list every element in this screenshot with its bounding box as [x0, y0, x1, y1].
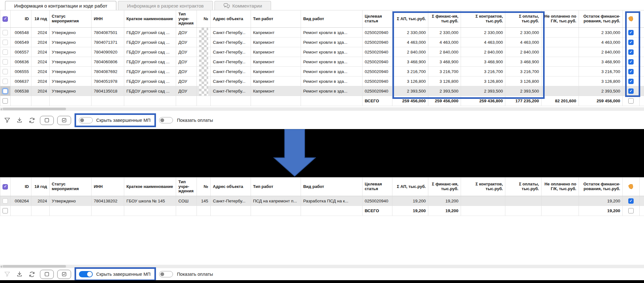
row-flag-checkbox[interactable]: ✓ [628, 88, 634, 94]
annotation-highlight-hide-completed-bottom: Скрыть завершенные МП [75, 267, 156, 281]
col-header-fin[interactable]: Σ финанс-ия, тыс.руб. [428, 10, 461, 27]
totals-flag-checkbox[interactable] [628, 208, 634, 213]
scrollbar-thumb[interactable] [3, 265, 66, 268]
row-select-checkbox[interactable] [3, 59, 8, 65]
row-flag-checkbox[interactable]: ✓ [628, 49, 634, 55]
cell-payments: 2 393,500 [505, 86, 541, 96]
col-header-status[interactable]: Статус мероприятия [50, 178, 92, 196]
table-row[interactable]: 0065552024Утверждено7804087692ГБДОУ детс… [0, 67, 644, 76]
cell-name: ГБДОУ детский сад ... [124, 37, 176, 47]
select-all-header-cell[interactable]: ✓ [0, 10, 11, 27]
hide-completed-toggle[interactable] [79, 271, 93, 277]
scrollbar-thumb[interactable] [3, 108, 66, 110]
row-flag-checkbox[interactable]: ✓ [628, 30, 634, 35]
col-header-id[interactable]: ID [11, 178, 31, 196]
col-header-status[interactable]: Статус мероприятия [50, 10, 92, 27]
col-header-worktype[interactable]: Тип работ [251, 10, 301, 27]
tab-contracts-breakdown[interactable]: Информация в разрезе контрактов [118, 1, 213, 10]
flag-header-cell[interactable] [623, 10, 640, 27]
select-all-button[interactable] [57, 270, 71, 279]
select-all-button[interactable] [57, 116, 71, 125]
totals-select-checkbox[interactable] [3, 98, 8, 104]
row-select-checkbox[interactable] [3, 79, 8, 84]
cell-insttype: ДОУ [176, 37, 197, 47]
refresh-icon[interactable] [28, 270, 36, 278]
refresh-icon[interactable] [28, 116, 36, 124]
select-all-checkbox[interactable]: ✓ [3, 184, 8, 190]
col-header-id[interactable]: ID [11, 10, 31, 27]
cell-sel [0, 86, 11, 96]
col-header-remainder[interactable]: Остаток финанси-рования, тыс.руб. [579, 10, 623, 27]
col-header-unpaid[interactable]: Не оплачено по Г/К, тыс.руб. [541, 178, 579, 196]
table-row[interactable]: 0082642024Утверждено7804138202ГБОУ школа… [0, 196, 644, 206]
hide-completed-toggle[interactable] [79, 117, 93, 123]
totals-select-checkbox[interactable] [3, 208, 8, 213]
flag-header-cell[interactable] [623, 178, 640, 196]
annotation-highlight-hide-completed-top: Скрыть завершенные МП [75, 113, 156, 127]
cell-article: 0250020940 [363, 57, 393, 66]
download-icon[interactable] [15, 116, 24, 124]
cell-worktype: ПСД на капремонт п... [251, 196, 301, 206]
col-header-payments[interactable]: Σ оплаты, тыс.руб. [505, 10, 541, 27]
row-flag-checkbox[interactable]: ✓ [628, 79, 634, 84]
download-icon[interactable] [15, 270, 24, 278]
col-header-workkind[interactable]: Вид работ [301, 10, 362, 27]
col-header-address[interactable]: Адрес объекта [211, 178, 251, 196]
col-header-fin[interactable]: Σ финанс-ия, тыс.руб. [428, 178, 461, 196]
cell-pad [640, 28, 644, 37]
row-select-checkbox[interactable] [2, 88, 8, 94]
cell-inn: 7804051978 [92, 76, 124, 86]
col-header-payments[interactable]: Σ оплаты, тыс.руб. [505, 178, 541, 196]
deselect-all-button[interactable] [40, 270, 54, 279]
row-select-checkbox[interactable] [3, 40, 8, 45]
col-header-contracts[interactable]: Σ контрактов, тыс.руб. [461, 10, 506, 27]
deselect-all-button[interactable] [40, 116, 54, 125]
table-row[interactable]: 0066362024Утверждено7804060806ГБДОУ детс… [0, 57, 644, 67]
scroll-left-arrow-icon[interactable] [0, 265, 2, 268]
col-header-year[interactable]: 1й год [31, 178, 50, 196]
col-header-year[interactable]: 1й год [31, 10, 50, 27]
col-header-contracts[interactable]: Σ контрактов, тыс.руб. [461, 178, 506, 196]
table-row[interactable]: 0065482024Утверждено7804087501ГБДОУ детс… [0, 28, 644, 37]
col-header-insttype[interactable]: Тип учре-ждения [176, 10, 197, 27]
col-header-article[interactable]: Целевая статья [363, 10, 393, 27]
col-header-remainder[interactable]: Остаток финанси-рования, тыс.руб. [579, 178, 623, 196]
col-header-inn[interactable]: ИНН [92, 178, 124, 196]
col-header-name[interactable]: Краткое наименование [124, 10, 176, 27]
show-payments-toggle[interactable] [159, 117, 173, 123]
col-header-article[interactable]: Целевая статья [363, 178, 393, 196]
select-all-header-cell[interactable]: ✓ [0, 178, 11, 196]
row-flag-checkbox[interactable]: ✓ [628, 198, 634, 204]
tab-comments[interactable]: Комментарии [214, 1, 271, 10]
col-header-ap[interactable]: Σ АП, тыс.руб. [392, 178, 428, 196]
col-header-ap[interactable]: Σ АП, тыс.руб. [392, 10, 428, 27]
col-header-num[interactable]: № [197, 178, 211, 196]
table-row[interactable]: 0065572024Утверждено7804090920ГБДОУ детс… [0, 47, 644, 57]
col-header-inn[interactable]: ИНН [92, 10, 124, 27]
show-payments-toggle[interactable] [159, 271, 173, 277]
row-flag-checkbox[interactable]: ✓ [628, 69, 634, 74]
totals-flag-checkbox[interactable] [628, 98, 634, 104]
col-header-num[interactable]: № [197, 10, 211, 27]
row-select-checkbox[interactable] [3, 49, 8, 55]
col-header-insttype[interactable]: Тип учре-ждения [176, 178, 197, 196]
scroll-left-arrow-icon[interactable] [0, 108, 2, 110]
select-all-checkbox[interactable]: ✓ [3, 16, 8, 22]
tab-contracting-info[interactable]: Информация о контрактации и ходе работ [5, 1, 116, 10]
col-header-unpaid[interactable]: Не оплачено по Г/К, тыс.руб. [541, 10, 579, 27]
row-flag-checkbox[interactable]: ✓ [628, 59, 634, 65]
row-select-checkbox[interactable] [3, 198, 8, 204]
table-row[interactable]: 0065382024Утверждено7804135018ГБДОУ детс… [0, 86, 644, 96]
filter-icon[interactable] [3, 270, 11, 278]
row-select-checkbox[interactable] [3, 30, 8, 35]
row-flag-checkbox[interactable]: ✓ [628, 40, 634, 45]
row-select-checkbox[interactable] [3, 69, 8, 74]
filter-icon[interactable] [3, 116, 11, 124]
table-row[interactable]: 0065492024Утверждено7804071371ГБДОУ детс… [0, 37, 644, 47]
col-header-workkind[interactable]: Вид работ [301, 178, 362, 196]
table-row[interactable]: 0066372024Утверждено7804051978ГБДОУ детс… [0, 76, 644, 86]
cell-workkind: Ремонт кровли в зда... [301, 47, 362, 57]
col-header-address[interactable]: Адрес объекта [211, 10, 251, 27]
col-header-name[interactable]: Краткое наименование [124, 178, 176, 196]
col-header-worktype[interactable]: Тип работ [251, 178, 301, 196]
